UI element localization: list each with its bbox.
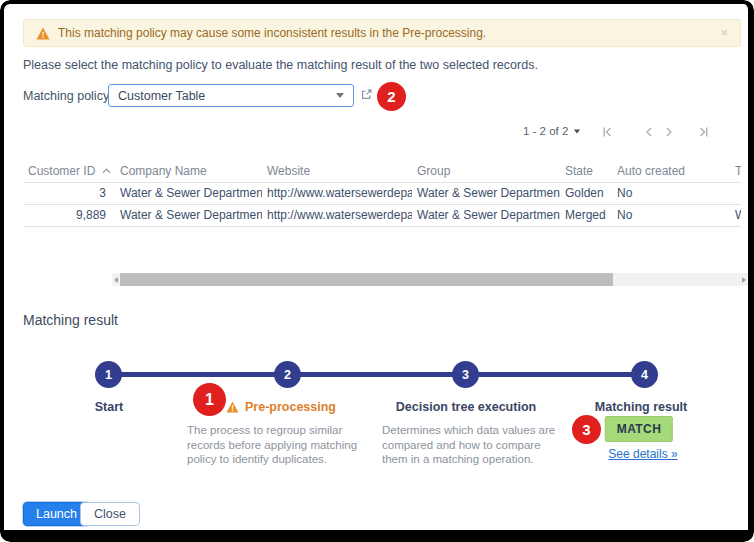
- step-label-pre-processing: Pre-processing: [226, 400, 336, 414]
- pagination-range[interactable]: 1 - 2 of 2: [523, 125, 581, 137]
- column-header-target[interactable]: Tar: [730, 163, 741, 182]
- step-circle-4: 4: [631, 361, 658, 388]
- cell-state: Merged: [560, 204, 612, 226]
- column-header-auto-created[interactable]: Auto created: [612, 163, 730, 182]
- warning-banner-text: This matching policy may cause some inco…: [58, 26, 486, 40]
- annotation-1: 1: [193, 383, 226, 416]
- table-row[interactable]: 3 Water & Sewer Department http://www.wa…: [23, 182, 741, 204]
- next-page-button[interactable]: [663, 126, 675, 138]
- cell-website: http://www.watersewerdepartm: [262, 182, 412, 204]
- first-page-button[interactable]: [601, 126, 613, 138]
- table-header-row: Customer ID Company Name Website Group S…: [23, 163, 741, 182]
- matching-policy-select[interactable]: Customer Table: [108, 84, 354, 107]
- cell-state: Golden: [560, 182, 612, 204]
- match-status-badge: MATCH: [605, 416, 673, 442]
- pagination-range-label: 1 - 2 of 2: [523, 125, 568, 137]
- warning-icon: [226, 401, 239, 413]
- section-title: Matching result: [23, 312, 118, 328]
- warning-icon: [36, 27, 50, 40]
- step-label-start: Start: [95, 400, 123, 414]
- annotation-2: 2: [377, 82, 406, 111]
- scroll-left-icon[interactable]: [114, 277, 118, 283]
- matching-policy-label: Matching policy: [23, 89, 109, 103]
- matching-policy-value: Customer Table: [118, 89, 336, 103]
- last-page-button[interactable]: [698, 126, 710, 138]
- close-icon[interactable]: ×: [720, 26, 728, 39]
- stepper-line: [109, 372, 645, 377]
- evaluate-matching-dialog: This matching policy may cause some inco…: [0, 0, 754, 542]
- column-header-group[interactable]: Group: [412, 163, 560, 182]
- cell-group: Water & Sewer Department: [412, 182, 560, 204]
- warning-banner: This matching policy may cause some inco…: [23, 19, 741, 47]
- column-header-state[interactable]: State: [560, 163, 612, 182]
- scrollbar-thumb[interactable]: [120, 273, 613, 286]
- table-row[interactable]: 9,889 Water & Sewer Department http://ww…: [23, 204, 741, 226]
- see-details-link[interactable]: See details »: [608, 447, 677, 461]
- step-circle-3: 3: [452, 361, 479, 388]
- intro-text: Please select the matching policy to eva…: [23, 58, 538, 72]
- cell-auto-created: No: [612, 182, 730, 204]
- cell-company-name: Water & Sewer Department: [115, 204, 262, 226]
- step-description-pre-processing: The process to regroup similar records b…: [187, 423, 369, 467]
- step-label-decision-tree: Decision tree execution: [396, 400, 536, 414]
- annotation-3: 3: [572, 415, 601, 444]
- cell-website: http://www.watersewerdepartm: [262, 204, 412, 226]
- column-header-customer-id[interactable]: Customer ID: [23, 163, 115, 182]
- sort-ascending-icon: [102, 168, 111, 174]
- cell-customer-id: 3: [23, 182, 115, 204]
- scroll-right-icon[interactable]: [742, 277, 746, 283]
- close-button[interactable]: Close: [80, 502, 140, 526]
- column-header-website[interactable]: Website: [262, 163, 412, 182]
- records-table: Customer ID Company Name Website Group S…: [23, 163, 741, 227]
- cell-target: Wa: [730, 204, 741, 226]
- cell-group: Water & Sewer Department: [412, 204, 560, 226]
- step-description-decision-tree: Determines which data values are compare…: [382, 423, 564, 467]
- chevron-down-icon: [336, 93, 344, 98]
- chevron-down-icon: [574, 129, 580, 133]
- cell-auto-created: No: [612, 204, 730, 226]
- horizontal-scrollbar[interactable]: [112, 273, 748, 286]
- column-header-company-name[interactable]: Company Name: [115, 163, 262, 182]
- previous-page-button[interactable]: [643, 126, 655, 138]
- cell-company-name: Water & Sewer Department: [115, 182, 262, 204]
- open-policy-external-link-icon[interactable]: [360, 88, 373, 101]
- step-label-matching-result: Matching result: [595, 400, 687, 414]
- step-circle-2: 2: [274, 361, 301, 388]
- cell-target: [730, 182, 741, 204]
- step-circle-1: 1: [95, 361, 122, 388]
- cell-customer-id: 9,889: [23, 204, 115, 226]
